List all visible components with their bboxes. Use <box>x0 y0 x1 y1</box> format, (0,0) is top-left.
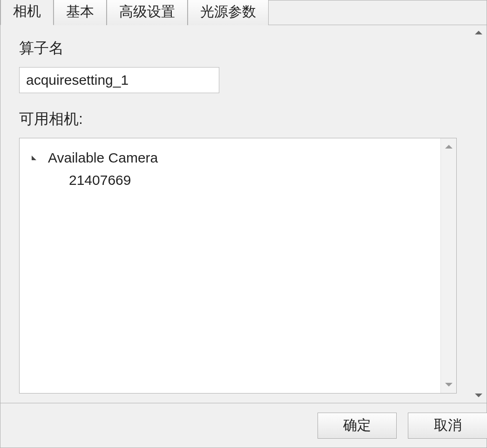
scroll-up-icon[interactable] <box>475 31 482 34</box>
tree-child-label: 21407669 <box>69 169 131 191</box>
dialog-window: 相机 基本 高级设置 光源参数 算子名 可用相机: Available Came… <box>0 0 487 448</box>
tree-root-label: Available Camera <box>48 147 158 169</box>
scroll-down-icon[interactable] <box>445 383 453 387</box>
tree-child-row[interactable]: 21407669 <box>29 169 431 191</box>
cancel-button[interactable]: 取消 <box>408 413 487 439</box>
operator-name-label: 算子名 <box>19 38 457 59</box>
expand-collapse-icon[interactable] <box>32 156 40 160</box>
tab-advanced[interactable]: 高级设置 <box>107 0 188 25</box>
scroll-down-icon[interactable] <box>475 394 482 397</box>
tab-camera[interactable]: 相机 <box>0 0 54 25</box>
tab-strip: 相机 基本 高级设置 光源参数 <box>0 0 487 25</box>
dialog-footer: 确定 取消 <box>0 403 487 448</box>
tab-basic[interactable]: 基本 <box>54 0 107 25</box>
tab-content-camera: 算子名 可用相机: Available Camera 21407669 <box>0 25 471 403</box>
panel-scrollbar[interactable] <box>471 25 487 403</box>
ok-button[interactable]: 确定 <box>318 413 397 439</box>
scroll-up-icon[interactable] <box>445 145 453 149</box>
camera-tree: Available Camera 21407669 <box>19 138 457 394</box>
tab-light-params[interactable]: 光源参数 <box>188 0 269 25</box>
camera-tree-content: Available Camera 21407669 <box>20 138 440 393</box>
tree-root-row[interactable]: Available Camera <box>29 147 431 169</box>
tree-scrollbar[interactable] <box>440 138 456 393</box>
operator-name-input[interactable] <box>19 67 219 93</box>
body-area: 算子名 可用相机: Available Camera 21407669 <box>0 25 487 403</box>
available-cameras-label: 可用相机: <box>19 109 457 129</box>
